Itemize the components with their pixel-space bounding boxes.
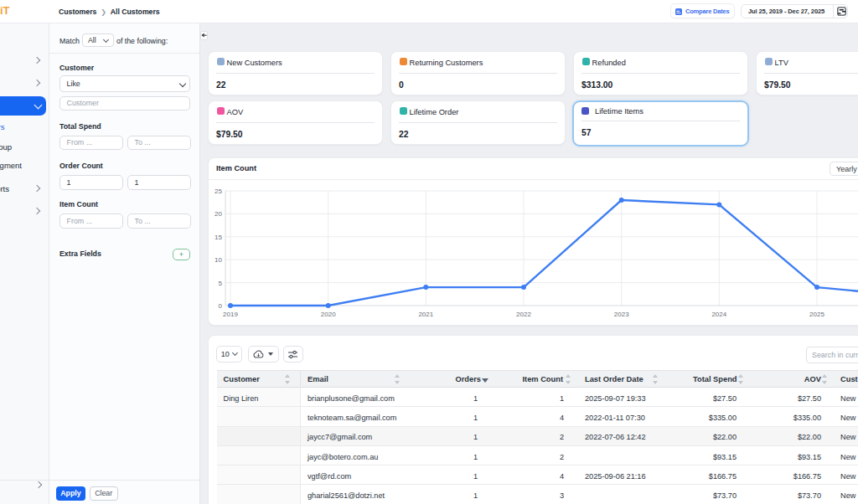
svg-text:5: 5 bbox=[219, 280, 223, 287]
svg-text:2025: 2025 bbox=[809, 311, 824, 318]
svg-text:2023: 2023 bbox=[614, 311, 629, 318]
svg-text:2021: 2021 bbox=[418, 311, 433, 318]
svg-text:2022: 2022 bbox=[516, 311, 531, 318]
svg-text:2020: 2020 bbox=[321, 311, 336, 318]
svg-text:2024: 2024 bbox=[711, 311, 726, 318]
svg-text:10: 10 bbox=[214, 256, 222, 264]
svg-text:20: 20 bbox=[214, 210, 222, 218]
svg-text:15: 15 bbox=[214, 234, 222, 241]
svg-text:25: 25 bbox=[214, 188, 222, 195]
svg-text:0: 0 bbox=[219, 302, 223, 310]
svg-text:2019: 2019 bbox=[223, 311, 238, 318]
